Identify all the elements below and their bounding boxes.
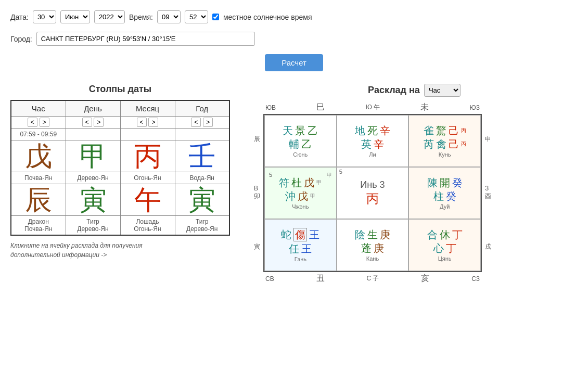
calc-button[interactable]: Расчет: [265, 54, 323, 71]
tr-char6: 己: [449, 138, 459, 150]
grid-wrapper: ЮВ 巳 Ю 午 未 ЮЗ 辰 В卯 寅: [251, 101, 494, 285]
cell-tl-row2: 輔 乙: [289, 138, 312, 150]
compass-n-label: С 子: [366, 274, 379, 283]
ml-char1: 符: [279, 176, 289, 189]
mr-char3: 癸: [452, 176, 463, 189]
cell-tl[interactable]: 天 景 乙 輔 乙 Сюнь: [264, 115, 337, 167]
solar-time-checkbox[interactable]: [212, 14, 219, 20]
minute-select[interactable]: 52: [185, 10, 208, 23]
bm-char4: 蓬: [361, 242, 372, 254]
cell-tm-row2: 英 辛: [361, 138, 384, 150]
tl-char1: 天: [283, 124, 293, 137]
branch-labels-row: ДраконПочва-Ян ТигрДерево-Ян ЛошадьОгонь…: [11, 216, 229, 236]
tl-char5: 乙: [301, 138, 312, 150]
tm-char2: 死: [367, 124, 378, 137]
cell-br[interactable]: 合 休 丁 心 丁 Цянь: [408, 219, 481, 271]
month-prev[interactable]: <: [137, 118, 147, 127]
cell-tl-row1: 天 景 乙: [283, 124, 318, 137]
tl-char2: 景: [295, 124, 305, 137]
cell-bl-row1: 蛇 傷 王: [281, 228, 319, 241]
cell-mm[interactable]: 5 Инь 3 丙: [337, 167, 409, 219]
grid-cells: 天 景 乙 輔 乙 Сюнь: [263, 114, 482, 272]
cell-tm-row1: 地 死 辛: [355, 124, 390, 137]
compass-s-label: Ю 午: [366, 103, 380, 112]
rasklad-panel: Расклад на ЧасДеньМесяцГод ЮВ 巳 Ю 午 未 ЮЗ…: [251, 84, 578, 285]
hour-next[interactable]: >: [40, 118, 49, 127]
cell-bl-label: Гэнь: [295, 256, 306, 262]
compass-ne-label: СВ: [265, 275, 274, 283]
compass-n-dizhi2: 亥: [421, 273, 429, 284]
cell-bl[interactable]: 蛇 傷 王 任 王 Гэнь: [264, 219, 337, 271]
bl-char1: 蛇: [281, 228, 291, 241]
stem-day: 甲: [66, 140, 120, 172]
bm-char3: 庚: [380, 228, 390, 241]
city-input[interactable]: [36, 32, 255, 46]
compass-bottom: СВ 丑 С 子 亥 СЗ: [263, 272, 482, 285]
mr-char4: 柱: [433, 190, 444, 202]
hour-select[interactable]: 09: [157, 10, 181, 23]
mm-text: Инь 3: [360, 179, 385, 191]
bl-char3: 王: [309, 228, 319, 241]
nav-row: < > < > < > < >: [11, 117, 229, 129]
cell-tr-row2: 芮 禽 己 丙: [424, 138, 466, 150]
bm-char1: 陰: [355, 228, 365, 241]
tm-char4: 英: [361, 138, 372, 150]
main-area: Столпы даты Час День Месяц Год < > < > <: [10, 84, 578, 285]
month-next[interactable]: >: [148, 118, 158, 127]
mm-char: 丙: [366, 191, 379, 207]
time-label: Время:: [129, 13, 153, 21]
cell-mm-row2: 丙: [366, 191, 379, 207]
ml-sup2: 甲: [310, 193, 315, 199]
stem-month: 丙: [120, 140, 175, 172]
cell-bm[interactable]: 陰 生 庚 蓬 庚 Кань: [337, 219, 409, 271]
cell-tl-label: Сюнь: [293, 151, 308, 158]
time-range: 07:59 - 09:59: [11, 129, 66, 140]
stems-row: 戊 甲 丙 壬: [11, 140, 229, 172]
city-label: Город:: [10, 35, 32, 43]
tr-sup2: 丙: [461, 141, 466, 147]
cell-bm-label: Кань: [366, 255, 379, 262]
right-mid-label: З酉: [485, 185, 491, 201]
cell-br-label: Цянь: [438, 255, 452, 262]
year-select[interactable]: 2022: [94, 10, 125, 23]
cell-ml[interactable]: 5 甲 符 杜 戊 甲 沖 戊 甲: [264, 167, 337, 219]
cell-ml-number: 5: [269, 172, 272, 178]
tr-char1: 雀: [424, 124, 434, 137]
br-char4: 心: [433, 242, 444, 254]
day-select[interactable]: 30: [33, 10, 56, 23]
year-next[interactable]: >: [203, 118, 213, 127]
tm-char3: 辛: [380, 124, 390, 137]
rasklad-select[interactable]: ЧасДеньМесяцГод: [424, 84, 461, 97]
left-top-dizhi: 辰: [254, 135, 260, 144]
branch-label-day: ТигрДерево-Ян: [66, 216, 120, 236]
br-char1: 合: [427, 228, 438, 241]
city-row: Город:: [10, 32, 578, 46]
cell-mr[interactable]: 陳 開 癸 柱 癸 Дуй: [408, 167, 481, 219]
branch-day: 寅: [66, 184, 120, 216]
grid-right-labels: 申 З酉 戌: [482, 114, 494, 272]
tr-char4: 芮: [424, 138, 434, 150]
hour-prev[interactable]: <: [28, 118, 37, 127]
tr-char5: 禽: [436, 138, 446, 150]
day-next[interactable]: >: [94, 118, 104, 127]
cell-tm[interactable]: 地 死 辛 英 辛 Ли: [337, 115, 409, 167]
mr-char1: 陳: [427, 176, 438, 189]
tr-char3: 己: [449, 124, 459, 137]
compass-sw-label: ЮЗ: [470, 104, 480, 111]
cell-tr[interactable]: 雀 驚 己 丙 芮 禽 己 丙 Кунь: [408, 115, 481, 167]
grid-middle: 辰 В卯 寅 天 景 乙: [251, 114, 494, 272]
cell-ml-row1: 符 杜 戊 甲: [279, 176, 322, 189]
day-prev[interactable]: <: [82, 118, 92, 127]
compass-top: ЮВ 巳 Ю 午 未 ЮЗ: [263, 101, 482, 114]
br-char5: 丁: [446, 242, 456, 254]
pillars-table: Час День Месяц Год < > < > < > <: [10, 100, 230, 236]
right-top-dizhi: 申: [485, 135, 491, 144]
year-prev[interactable]: <: [191, 118, 201, 127]
branch-month: 午: [120, 184, 175, 216]
compass-n-dizhi1: 丑: [316, 273, 325, 284]
month-select[interactable]: ЯнвФевМарАпр МайИюнИюлАвг СенОктНояДек: [60, 10, 90, 23]
rasklad-title: Расклад на: [368, 85, 420, 96]
col-month: Месяц: [120, 100, 175, 117]
solar-time-label: местное солнечное время: [223, 13, 312, 21]
tl-char3: 乙: [308, 124, 318, 137]
